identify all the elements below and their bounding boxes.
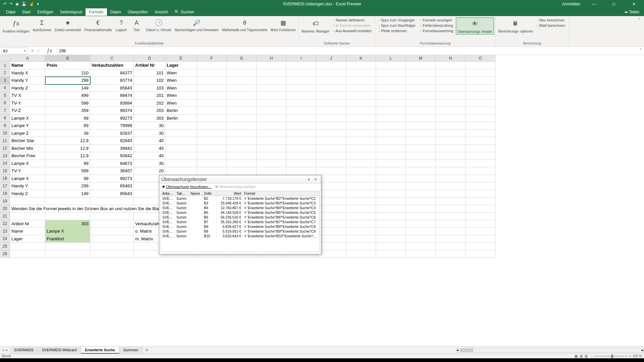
sheet-tab[interactable]: SVERWEIS Wildcard (38, 347, 81, 354)
cell[interactable]: 85643 (90, 190, 134, 198)
cell[interactable] (436, 243, 466, 250)
row-header[interactable]: 8 (0, 115, 10, 122)
cell[interactable] (197, 115, 227, 122)
cell[interactable] (436, 69, 466, 77)
cell[interactable]: 85643 (90, 84, 134, 92)
cell[interactable] (286, 130, 316, 137)
column-header[interactable]: L (376, 55, 406, 62)
cell[interactable] (227, 167, 257, 175)
maximize-button[interactable]: ◻ (607, 2, 621, 6)
zoom-in-icon[interactable]: + (629, 354, 631, 358)
cell[interactable] (165, 137, 197, 145)
cell[interactable] (406, 228, 436, 235)
cell[interactable] (376, 115, 406, 122)
cell[interactable] (406, 69, 436, 77)
cell[interactable] (197, 152, 227, 160)
column-header[interactable]: J (316, 55, 346, 62)
column-header[interactable]: B (45, 55, 90, 62)
cell[interactable] (227, 62, 257, 69)
cell[interactable] (257, 107, 286, 115)
cell[interactable] (436, 250, 466, 258)
cell[interactable] (466, 84, 495, 92)
cell[interactable] (346, 77, 376, 84)
cell[interactable]: 12,9 (45, 152, 90, 160)
cell[interactable]: Lampe X (10, 160, 45, 168)
cell[interactable] (316, 160, 346, 168)
cell[interactable]: TV X (10, 92, 45, 100)
cell[interactable]: Berlin (165, 115, 197, 122)
cell[interactable] (436, 84, 466, 92)
trace-dependents-button[interactable]: Spur zum Nachfolger (379, 23, 416, 27)
text-button[interactable]: AText (129, 17, 144, 33)
evaluate-formula-button[interactable]: Formelauswertung (420, 29, 453, 33)
cell[interactable] (466, 205, 495, 213)
cell[interactable] (376, 107, 406, 115)
cell[interactable]: Artikel Nr (10, 220, 45, 228)
cell[interactable] (346, 160, 376, 168)
cell[interactable] (165, 160, 197, 168)
cell[interactable] (227, 137, 257, 145)
cell[interactable] (466, 160, 495, 168)
cell[interactable] (406, 197, 436, 205)
cell[interactable]: 99273 (90, 175, 134, 183)
cell[interactable]: Name (10, 228, 45, 235)
cell[interactable] (197, 107, 227, 115)
cell[interactable] (346, 137, 376, 145)
cell[interactable]: 92843 (90, 137, 134, 145)
sheet-nav-first-icon[interactable]: ◂ (2, 348, 4, 352)
cell[interactable] (346, 115, 376, 122)
cell[interactable] (406, 205, 436, 213)
cell[interactable] (376, 228, 406, 235)
cell[interactable]: 149 (45, 84, 90, 92)
cell[interactable] (90, 197, 134, 205)
cell[interactable] (466, 228, 495, 235)
cell[interactable] (406, 62, 436, 69)
cell[interactable] (406, 213, 436, 220)
cell[interactable] (10, 250, 45, 258)
cell[interactable] (346, 69, 376, 77)
cell[interactable]: Wien (165, 100, 197, 107)
cell[interactable] (316, 107, 346, 115)
cell[interactable]: 12,9 (45, 137, 90, 145)
cell[interactable] (466, 220, 495, 228)
cell[interactable]: Wien (165, 69, 197, 77)
cell[interactable]: TV-Y (10, 167, 45, 175)
cell[interactable] (436, 130, 466, 137)
cell[interactable] (376, 62, 406, 69)
cell[interactable] (197, 77, 227, 84)
cell[interactable] (227, 152, 257, 160)
cell[interactable] (436, 235, 466, 243)
cell[interactable] (10, 243, 45, 250)
cell[interactable]: 299 (45, 77, 90, 84)
lookup-button[interactable]: 🔎Nachschlagen und Verweisen (173, 17, 220, 33)
column-header[interactable]: H (257, 55, 286, 62)
watch-header[interactable]: Name (189, 191, 203, 196)
cell[interactable] (286, 92, 316, 100)
cell[interactable]: 30 (134, 122, 165, 130)
cell[interactable]: Handy X (10, 69, 45, 77)
cell[interactable] (316, 92, 346, 100)
signin-link[interactable]: Anmelden (562, 2, 580, 6)
create-from-selection-button[interactable]: Aus Auswahl erstellen (333, 29, 372, 33)
column-header[interactable]: C (90, 55, 134, 62)
cell[interactable] (466, 100, 495, 107)
cell[interactable] (346, 84, 376, 92)
name-box[interactable]: B3▾ (1, 48, 28, 54)
cell[interactable] (436, 107, 466, 115)
column-header[interactable]: D (134, 55, 165, 62)
cell[interactable]: Becher Star (10, 137, 45, 145)
row-header[interactable]: 3 (0, 77, 10, 84)
cell[interactable] (90, 250, 134, 258)
cell[interactable]: Berlin (165, 107, 197, 115)
cell[interactable]: 303 (45, 220, 90, 228)
cell[interactable] (316, 137, 346, 145)
cell[interactable] (346, 175, 376, 183)
row-header[interactable]: 12 (0, 145, 10, 153)
cell[interactable] (165, 152, 197, 160)
minimize-button[interactable]: — (587, 2, 600, 6)
row-header[interactable]: 17 (0, 182, 10, 190)
page-break-view-icon[interactable]: ▥ (585, 354, 588, 358)
tab-daten[interactable]: Daten (107, 8, 124, 16)
cell[interactable]: 36457 (90, 167, 134, 175)
cell[interactable]: 210 (45, 69, 90, 77)
